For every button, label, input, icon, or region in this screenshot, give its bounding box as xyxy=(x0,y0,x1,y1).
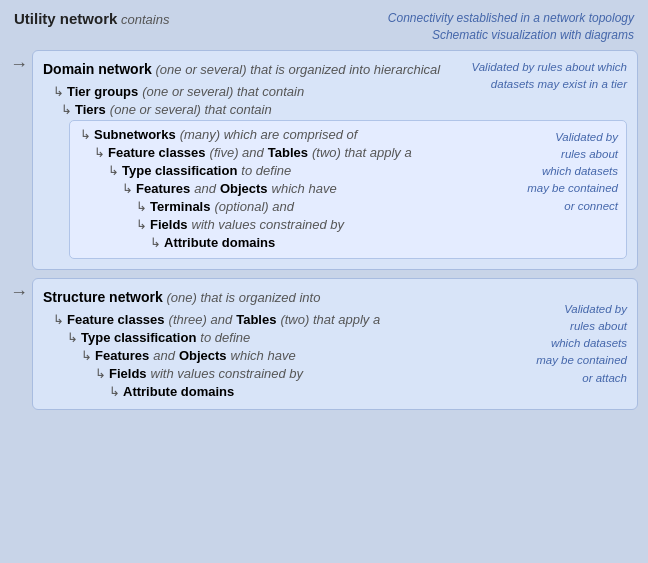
tiers-row: ↳ Tiers (one or several) that contain xyxy=(61,102,627,117)
validated-structure-note: Validated by rules about which datasets … xyxy=(536,300,627,386)
features-arrow: ↳ xyxy=(122,181,133,196)
subnetworks-arrow: ↳ xyxy=(80,127,91,142)
fields-row: ↳ Fields with values constrained by xyxy=(136,217,616,232)
domain-section: Domain network (one or several) that is … xyxy=(32,50,638,270)
structure-type-arrow: ↳ xyxy=(67,330,78,345)
validated-subnetwork-note: Validated by rules about which datasets … xyxy=(527,129,618,215)
main-container: Utility network contains Connectivity es… xyxy=(10,10,638,410)
terminals-arrow: ↳ xyxy=(136,199,147,214)
type-arrow: ↳ xyxy=(108,163,119,178)
validated-tier-note: Validated by rules about which datasets … xyxy=(437,59,627,94)
header-row: Utility network contains Connectivity es… xyxy=(10,10,638,44)
structure-attr-arrow: ↳ xyxy=(109,384,120,399)
utility-network-title: Utility network contains xyxy=(14,10,169,27)
attr-arrow: ↳ xyxy=(150,235,161,250)
tier-groups-arrow: ↳ xyxy=(53,84,64,99)
attribute-domains-row: ↳ Attribute domains xyxy=(150,235,616,250)
structure-fields-arrow: ↳ xyxy=(95,366,106,381)
structure-feature-arrow: ↳ xyxy=(53,312,64,327)
tiers-arrow: ↳ xyxy=(61,102,72,117)
feature-arrow: ↳ xyxy=(94,145,105,160)
domain-arrow-icon: → xyxy=(10,54,28,75)
structure-features-arrow: ↳ xyxy=(81,348,92,363)
connectivity-note: Connectivity established in a network to… xyxy=(388,10,634,44)
fields-arrow: ↳ xyxy=(136,217,147,232)
structure-arrow-icon: → xyxy=(10,282,28,303)
structure-section: Structure network (one) that is organize… xyxy=(32,278,638,410)
